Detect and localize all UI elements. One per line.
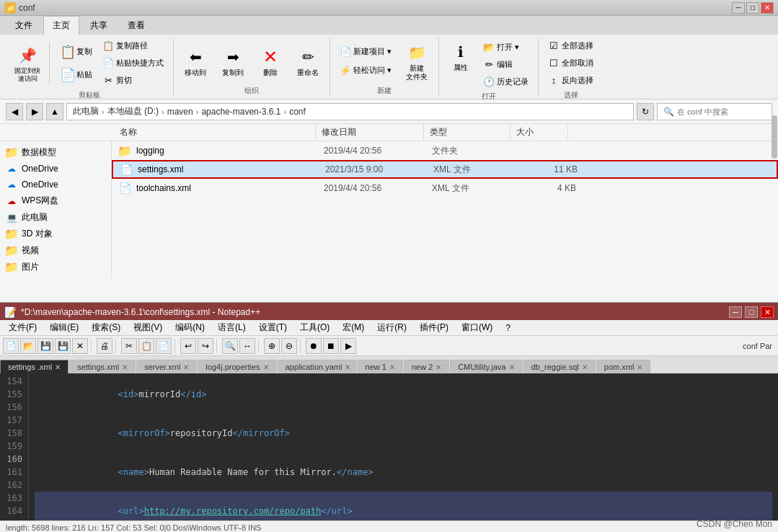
npp-tool-macro-play[interactable]: ▶ [340,338,356,354]
npp-tab-close-pom[interactable]: ✕ [637,363,642,371]
close-button[interactable]: ✕ [761,2,774,14]
npp-menu-help[interactable]: ? [500,322,516,334]
select-all-button[interactable]: ☑ 全部选择 [544,38,597,54]
npp-menu-search[interactable]: 搜索(S) [86,320,126,335]
npp-tool-copy[interactable]: 📋 [138,338,154,354]
tab-file[interactable]: 文件 [6,16,42,35]
npp-tool-redo[interactable]: ↪ [198,338,213,354]
copy-path-button[interactable]: 📋 复制路径 [99,38,167,54]
sidebar-item-onedrive1[interactable]: ☁ OneDrive [0,161,111,177]
npp-tab-application[interactable]: application.yaml ✕ [278,360,357,373]
npp-menu-view[interactable]: 视图(V) [128,320,168,335]
new-folder-button[interactable]: 📁 新建文件夹 [401,39,433,84]
npp-tab-pom[interactable]: pom.xml ✕ [596,360,651,373]
npp-menu-file[interactable]: 文件(F) [3,320,43,335]
sidebar-item-wpsdisk[interactable]: ☁ WPS网盘 [0,192,111,209]
npp-tool-zoom-in[interactable]: ⊕ [264,338,280,354]
npp-tab-close-cmutility[interactable]: ✕ [509,363,515,371]
npp-tab-close-server[interactable]: ✕ [183,363,189,371]
edit-button[interactable]: ✏ 编辑 [479,57,532,73]
minimize-button[interactable]: ─ [732,2,745,14]
path-maven[interactable]: maven [167,107,193,117]
table-row[interactable]: 📄 toolchains.xml 2019/4/4 20:56 XML 文件 4… [112,179,778,198]
npp-menu-edit[interactable]: 编辑(E) [44,320,84,335]
paste-button[interactable]: 📄 粘贴 [56,64,96,86]
invert-button[interactable]: ↕ 反向选择 [544,73,597,89]
npp-tool-new[interactable]: 📄 [3,338,19,354]
select-none-button[interactable]: ☐ 全部取消 [544,56,597,71]
back-button[interactable]: ◀ [6,103,23,120]
rename-button[interactable]: ✏ 重命名 [292,43,324,79]
npp-menu-run[interactable]: 运行(R) [371,320,412,335]
path-computer[interactable]: 此电脑 [73,105,99,118]
cut-button[interactable]: ✂ 剪切 [99,73,167,89]
tab-home[interactable]: 主页 [43,16,79,35]
npp-tab-close-dbreggie[interactable]: ✕ [582,363,588,371]
npp-tab-close-new2[interactable]: ✕ [436,363,441,371]
path-conf[interactable]: conf [289,107,306,117]
npp-maximize-button[interactable]: □ [745,306,758,318]
code-editor[interactable]: <id>mirrorId</id> <mirrorOf>repositoryId… [29,373,778,520]
copy-to-button[interactable]: ➡ 复制到 [217,43,249,79]
sidebar-item-pics[interactable]: 📁 图片 [0,259,111,275]
new-item-button[interactable]: 📄 新建项目 ▾ [336,44,395,60]
tab-view[interactable]: 查看 [118,16,154,35]
npp-tab-close-log4j[interactable]: ✕ [263,363,269,371]
npp-menu-tools[interactable]: 工具(O) [294,320,335,335]
npp-tool-find[interactable]: 🔍 [222,338,238,354]
npp-tab-settings-active[interactable]: settings .xml ✕ [0,360,68,373]
npp-menu-language[interactable]: 语言(L) [212,320,252,335]
npp-tab-close-settings-active[interactable]: ✕ [55,363,61,371]
forward-button[interactable]: ▶ [26,103,43,120]
npp-tab-cmutility[interactable]: CMUtility.java ✕ [450,360,522,373]
open-button[interactable]: 📂 打开 ▾ [479,40,532,56]
properties-button[interactable]: ℹ 属性 [445,38,477,74]
npp-minimize-button[interactable]: ─ [729,306,742,318]
pin-button[interactable]: 📌 固定到快速访问 [12,42,43,85]
npp-tool-paste[interactable]: 📄 [156,338,172,354]
sidebar-item-datamodel[interactable]: 📁 数据模型 [0,144,111,161]
col-header-size[interactable]: 大小 [510,124,568,141]
paste-shortcut-button[interactable]: 📄 粘贴快捷方式 [99,56,167,71]
npp-tool-print[interactable]: 🖨 [97,338,112,354]
search-box[interactable]: 🔍 [657,103,772,120]
npp-tool-save[interactable]: 💾 [37,338,53,354]
maximize-button[interactable]: □ [746,2,759,14]
npp-tool-replace[interactable]: ↔ [239,338,255,354]
easy-access-button[interactable]: ⚡ 轻松访问 ▾ [336,63,395,79]
path-drive[interactable]: 本地磁盘 (D:) [107,105,159,118]
history-button[interactable]: 🕐 历史记录 [479,74,532,90]
col-header-type[interactable]: 类型 [424,124,510,141]
npp-tab-new2[interactable]: new 2 ✕ [404,360,449,373]
npp-tab-settings[interactable]: settings.xml ✕ [69,360,136,373]
sidebar-item-thispc[interactable]: 💻 此电脑 [0,209,111,226]
table-row[interactable]: 📁 logging 2019/4/4 20:56 文件夹 [112,141,778,160]
npp-menu-macro[interactable]: 宏(M) [337,320,370,335]
npp-tool-cut[interactable]: ✂ [121,338,137,354]
copy-button[interactable]: 📋 复制 [56,41,96,63]
npp-menu-settings[interactable]: 设置(T) [253,320,293,335]
npp-menu-window[interactable]: 窗口(W) [456,320,498,335]
npp-close-button[interactable]: ✕ [761,306,774,318]
sidebar-item-3d[interactable]: 📁 3D 对象 [0,226,111,242]
col-header-name[interactable]: 名称 [114,124,316,141]
table-row[interactable]: 📄 settings.xml 2021/3/15 9:00 XML 文件 11 … [112,160,778,179]
path-apache[interactable]: apache-maven-3.6.1 [201,107,280,117]
npp-menu-plugins[interactable]: 插件(P) [414,320,454,335]
npp-tab-close-new1[interactable]: ✕ [389,363,395,371]
npp-tab-close-application[interactable]: ✕ [345,363,350,371]
sidebar-item-video[interactable]: 📁 视频 [0,242,111,259]
npp-tool-saveall[interactable]: 💾 [55,338,71,354]
npp-tab-server[interactable]: server.xml ✕ [136,360,197,373]
npp-tool-close[interactable]: ✕ [72,338,88,354]
npp-tool-undo[interactable]: ↩ [180,338,196,354]
npp-tab-new1[interactable]: new 1 ✕ [358,360,403,373]
npp-menu-encode[interactable]: 编码(N) [169,320,211,335]
npp-tab-close-settings[interactable]: ✕ [122,363,128,371]
delete-button[interactable]: ✕ 删除 [255,43,286,79]
npp-tool-macro-stop[interactable]: ⏹ [323,338,339,354]
search-input[interactable] [677,107,766,116]
tab-share[interactable]: 共享 [81,16,117,35]
npp-tool-zoom-out[interactable]: ⊖ [281,338,297,354]
npp-tab-dbreggie[interactable]: db_reggie.sql ✕ [523,360,596,373]
